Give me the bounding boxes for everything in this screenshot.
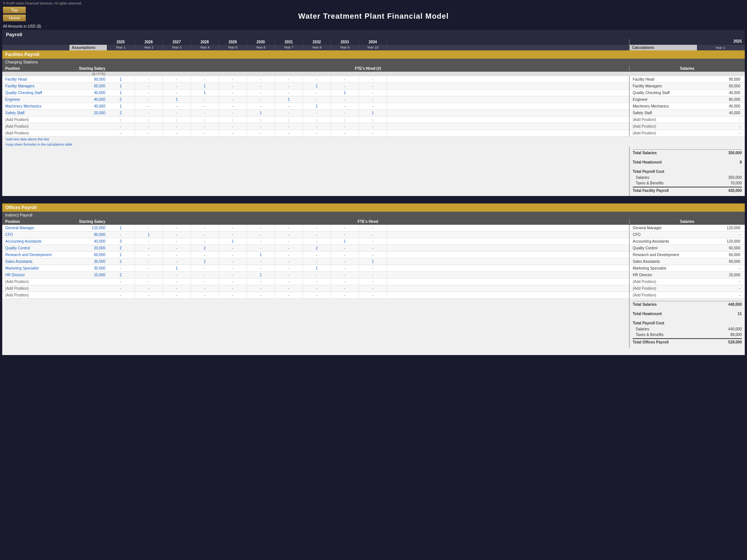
fte-cell: - [107,231,135,238]
fte-cell: - [163,103,191,109]
fte-cell: - [219,245,247,251]
calc-name: Facility Head [630,76,704,83]
calc-spacer [630,39,697,45]
off-salaries-label: Salaries [633,327,704,331]
calc-area: (Add Position)- [629,292,745,298]
fte-cell: 1 [303,265,331,271]
fte-cell: - [275,83,303,89]
table-row: Quality Checking Staff40,0001--1----1-Qu… [2,90,745,96]
fte-cell: - [107,116,135,123]
fte-cell: - [135,76,163,83]
fte-cell: - [135,258,163,265]
year-label-cell: Year 8 [303,45,331,50]
fte-cell: - [247,285,275,292]
fac-total-facility-row: Total Facility Payroll 420,000 [633,187,742,194]
fte-cell: - [135,279,163,285]
fte-cell: - [247,238,275,245]
fte-cell: - [359,238,387,245]
fte-cell: - [247,83,275,89]
calc-salary: - [704,265,742,271]
calc-area: Quality Control60,000 [629,245,745,251]
position-salary: 20,000 [69,110,107,116]
fte-cell: - [135,110,163,116]
fte-cell: 1 [359,110,387,116]
fte-cell: - [247,103,275,109]
calc-salary: 90,000 [704,76,742,83]
fte-cell: - [303,238,331,245]
fte-cell: 1 [359,258,387,265]
fte-cell: - [359,231,387,238]
fte-cell: - [107,123,135,130]
table-row: Facility Managers60,0001--1---1--Facilit… [2,83,745,90]
calc-area: Facility Head90,000 [629,76,745,83]
fte-cell: - [191,103,219,109]
facilities-data-rows: Facility Head90,0001---------Facility He… [2,76,745,137]
fte-cell: - [163,272,191,278]
fte-cell: - [163,279,191,285]
fte-cell: 1 [163,265,191,271]
off-total-salaries-row: Total Salaries 440,000 [633,301,742,308]
fte-cell: - [275,103,303,109]
calc-salary: 120,000 [704,238,742,245]
payroll-title: Payroll [6,32,22,37]
calc-area: Facility Managers60,000 [629,83,745,89]
year-labels-row: Assumptions Year 1Year 2Year 3Year 4Year… [2,45,745,50]
fte-cell: - [219,272,247,278]
calc-area: (Add Position)- [629,116,745,123]
fte-cell: - [135,238,163,245]
year-label-cell: Year 9 [331,45,359,50]
calc-area: Marketing Specialist- [629,265,745,271]
calc-area: (Add Position)- [629,130,745,136]
fte-cell: - [275,90,303,96]
offices-sub-header: Indirect Payroll [2,212,745,218]
fac-unit-label: ($ / FTE) [69,72,107,76]
top-button[interactable]: Top [3,7,26,13]
ftes-area: ---------- [107,116,629,123]
calc-name: General Manager [630,225,704,231]
fte-cell: - [275,279,303,285]
offices-section-header: Offices Payroll [2,203,745,212]
calc-area: CFO- [629,231,745,238]
calc-name: CFO [630,231,704,238]
fte-cell: - [359,292,387,298]
fte-cell: - [191,225,219,231]
position-name: Facility Managers [2,83,69,89]
position-name: General Manager [2,225,69,231]
off-total-salaries-value: 440,000 [704,302,742,307]
fte-cell: - [331,103,359,109]
fte-cell: - [135,116,163,123]
calc-name: Sales Assistants [630,258,704,265]
calc-salary: - [704,123,742,130]
calc-area: Machinery Mechanics40,000 [629,103,745,109]
fte-cell: 1 [135,231,163,238]
fte-cell: - [275,123,303,130]
ftes-area: 2-1---1--- [107,96,629,103]
position-salary: 30,000 [69,245,107,251]
off-total-offices-row: Total Offices Payroll 528,000 [633,338,742,345]
position-salary: 30,000 [69,265,107,271]
position-salary: 40,000 [69,238,107,245]
off-pos-header: Position [2,220,69,224]
year-num-cell: 2025 [107,39,135,45]
fte-cell: - [163,116,191,123]
ftes-area: ---------- [107,123,629,130]
table-row: (Add Position)----------(Add Position)- [2,130,745,137]
calc-salary: - [704,292,742,298]
fte-cell: - [163,83,191,89]
fte-cell: - [191,238,219,245]
home-button[interactable]: Home [3,15,26,21]
year-num-cell: 2027 [163,39,191,45]
calc-area: Research and Development60,000 [629,252,745,258]
position-salary: 60,000 [69,252,107,258]
fac-total-facility-value: 420,000 [704,189,742,193]
position-name: Sales Assistants [2,258,69,265]
pos-spacer [2,39,69,45]
year-num-cell: 2029 [219,39,247,45]
off-taxes-value: 88,000 [704,333,742,337]
year-label-cell: Year 6 [247,45,275,50]
calc-salary: - [704,116,742,123]
calc-area: Safety Staff40,000 [629,110,745,116]
fte-cell: - [275,245,303,251]
fac-total-facility-label: Total Facility Payroll [633,189,704,193]
ftes-area: 2--1-----1 [107,258,629,265]
